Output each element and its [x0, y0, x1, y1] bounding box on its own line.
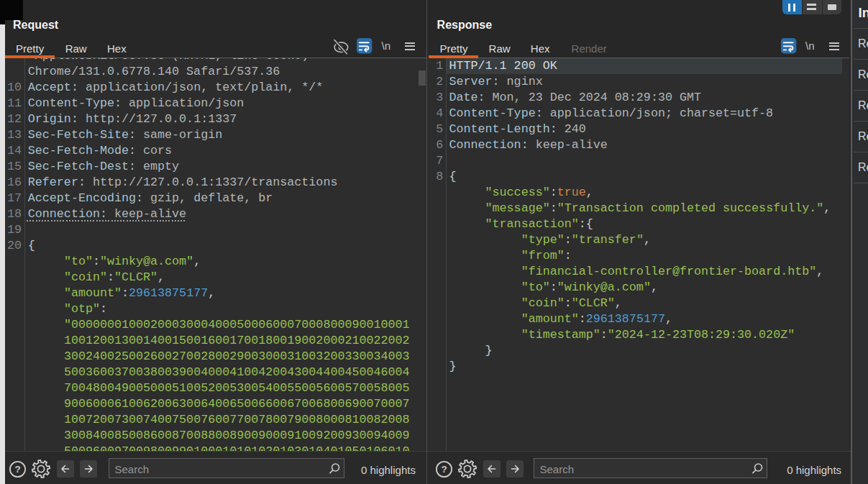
svg-text:?: ?	[441, 464, 447, 475]
svg-text:?: ?	[14, 464, 20, 475]
